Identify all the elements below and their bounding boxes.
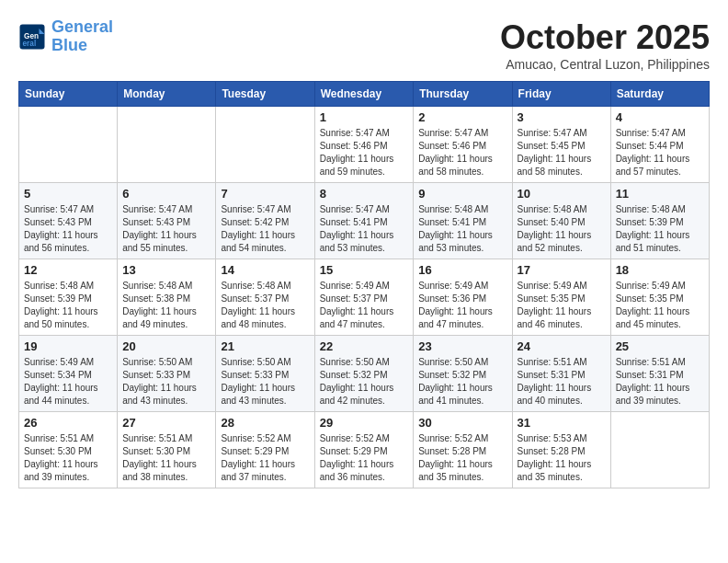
logo-name: General Blue [51, 18, 113, 55]
day-number: 26 [24, 416, 112, 430]
calendar-cell: 31Sunrise: 5:53 AMSunset: 5:28 PMDayligh… [512, 412, 610, 488]
day-info: Sunrise: 5:50 AMSunset: 5:32 PMDaylight:… [320, 356, 409, 408]
day-number: 18 [616, 263, 704, 277]
day-number: 13 [122, 263, 210, 277]
calendar-cell: 2Sunrise: 5:47 AMSunset: 5:46 PMDaylight… [414, 107, 512, 183]
day-number: 4 [616, 110, 704, 124]
month-title: October 2025 [500, 18, 710, 57]
calendar-cell [610, 412, 709, 488]
svg-text:eral: eral [23, 40, 37, 48]
calendar-cell: 6Sunrise: 5:47 AMSunset: 5:43 PMDaylight… [118, 183, 216, 259]
calendar-cell: 3Sunrise: 5:47 AMSunset: 5:45 PMDaylight… [512, 107, 610, 183]
day-info: Sunrise: 5:47 AMSunset: 5:41 PMDaylight:… [320, 203, 409, 255]
calendar-cell: 16Sunrise: 5:49 AMSunset: 5:36 PMDayligh… [414, 259, 512, 336]
calendar-cell: 19Sunrise: 5:49 AMSunset: 5:34 PMDayligh… [19, 336, 118, 412]
day-info: Sunrise: 5:48 AMSunset: 5:38 PMDaylight:… [122, 280, 210, 331]
day-info: Sunrise: 5:51 AMSunset: 5:30 PMDaylight:… [122, 432, 210, 484]
calendar-cell: 12Sunrise: 5:48 AMSunset: 5:39 PMDayligh… [19, 259, 118, 336]
calendar-cell: 20Sunrise: 5:50 AMSunset: 5:33 PMDayligh… [118, 336, 216, 412]
calendar-cell: 15Sunrise: 5:49 AMSunset: 5:37 PMDayligh… [314, 259, 414, 336]
day-number: 9 [418, 187, 506, 201]
location: Amucao, Central Luzon, Philippines [500, 57, 710, 72]
title-block: October 2025 Amucao, Central Luzon, Phil… [500, 18, 710, 72]
day-number: 28 [221, 416, 309, 430]
day-number: 10 [518, 187, 606, 201]
calendar-cell: 21Sunrise: 5:50 AMSunset: 5:33 PMDayligh… [216, 336, 314, 412]
day-info: Sunrise: 5:48 AMSunset: 5:41 PMDaylight:… [418, 203, 506, 255]
day-info: Sunrise: 5:50 AMSunset: 5:33 PMDaylight:… [122, 356, 210, 408]
day-info: Sunrise: 5:47 AMSunset: 5:45 PMDaylight:… [518, 127, 606, 178]
day-number: 23 [418, 339, 506, 353]
day-number: 14 [221, 263, 309, 277]
day-number: 27 [122, 416, 210, 430]
logo-icon: Gen eral [18, 23, 46, 51]
day-info: Sunrise: 5:51 AMSunset: 5:30 PMDaylight:… [24, 432, 112, 484]
calendar-cell: 7Sunrise: 5:47 AMSunset: 5:42 PMDaylight… [216, 183, 314, 259]
calendar-cell: 27Sunrise: 5:51 AMSunset: 5:30 PMDayligh… [118, 412, 216, 488]
calendar-cell: 26Sunrise: 5:51 AMSunset: 5:30 PMDayligh… [19, 412, 118, 488]
day-info: Sunrise: 5:50 AMSunset: 5:33 PMDaylight:… [221, 356, 309, 408]
day-info: Sunrise: 5:49 AMSunset: 5:35 PMDaylight:… [616, 280, 704, 331]
calendar-cell: 8Sunrise: 5:47 AMSunset: 5:41 PMDaylight… [314, 183, 414, 259]
day-number: 8 [320, 187, 409, 201]
weekday-header-tuesday: Tuesday [216, 82, 314, 107]
day-info: Sunrise: 5:47 AMSunset: 5:42 PMDaylight:… [221, 203, 309, 255]
weekday-header-row: SundayMondayTuesdayWednesdayThursdayFrid… [19, 82, 710, 107]
day-info: Sunrise: 5:47 AMSunset: 5:43 PMDaylight:… [122, 203, 210, 255]
calendar-week-5: 26Sunrise: 5:51 AMSunset: 5:30 PMDayligh… [19, 412, 710, 488]
day-info: Sunrise: 5:47 AMSunset: 5:46 PMDaylight:… [320, 127, 409, 178]
day-info: Sunrise: 5:48 AMSunset: 5:39 PMDaylight:… [616, 203, 704, 255]
day-number: 11 [616, 187, 704, 201]
day-number: 6 [122, 187, 210, 201]
calendar-week-3: 12Sunrise: 5:48 AMSunset: 5:39 PMDayligh… [19, 259, 710, 336]
day-info: Sunrise: 5:50 AMSunset: 5:32 PMDaylight:… [418, 356, 506, 408]
day-number: 2 [418, 110, 506, 124]
day-number: 31 [518, 416, 606, 430]
day-number: 20 [122, 339, 210, 353]
day-number: 7 [221, 187, 309, 201]
day-number: 19 [24, 339, 112, 353]
weekday-header-monday: Monday [118, 82, 216, 107]
calendar-cell: 9Sunrise: 5:48 AMSunset: 5:41 PMDaylight… [414, 183, 512, 259]
logo-line1: General [51, 17, 113, 36]
calendar-cell: 22Sunrise: 5:50 AMSunset: 5:32 PMDayligh… [314, 336, 414, 412]
calendar-cell: 1Sunrise: 5:47 AMSunset: 5:46 PMDaylight… [314, 107, 414, 183]
day-number: 22 [320, 339, 409, 353]
calendar-cell: 18Sunrise: 5:49 AMSunset: 5:35 PMDayligh… [610, 259, 709, 336]
weekday-header-wednesday: Wednesday [314, 82, 414, 107]
calendar-cell: 29Sunrise: 5:52 AMSunset: 5:29 PMDayligh… [314, 412, 414, 488]
page-header: Gen eral General Blue October 2025 Amuca… [18, 18, 710, 72]
logo-line2: Blue [51, 36, 87, 54]
day-info: Sunrise: 5:52 AMSunset: 5:28 PMDaylight:… [418, 432, 506, 484]
day-info: Sunrise: 5:49 AMSunset: 5:34 PMDaylight:… [24, 356, 112, 408]
day-number: 21 [221, 339, 309, 353]
day-number: 17 [518, 263, 606, 277]
weekday-header-thursday: Thursday [414, 82, 512, 107]
day-info: Sunrise: 5:48 AMSunset: 5:40 PMDaylight:… [518, 203, 606, 255]
day-info: Sunrise: 5:49 AMSunset: 5:35 PMDaylight:… [518, 280, 606, 331]
logo: Gen eral General Blue [18, 18, 113, 55]
calendar-cell: 10Sunrise: 5:48 AMSunset: 5:40 PMDayligh… [512, 183, 610, 259]
day-info: Sunrise: 5:47 AMSunset: 5:44 PMDaylight:… [616, 127, 704, 178]
calendar-cell: 24Sunrise: 5:51 AMSunset: 5:31 PMDayligh… [512, 336, 610, 412]
weekday-header-sunday: Sunday [19, 82, 118, 107]
day-number: 25 [616, 339, 704, 353]
calendar-week-1: 1Sunrise: 5:47 AMSunset: 5:46 PMDaylight… [19, 107, 710, 183]
day-info: Sunrise: 5:49 AMSunset: 5:36 PMDaylight:… [418, 280, 506, 331]
calendar-cell: 28Sunrise: 5:52 AMSunset: 5:29 PMDayligh… [216, 412, 314, 488]
calendar-week-2: 5Sunrise: 5:47 AMSunset: 5:43 PMDaylight… [19, 183, 710, 259]
day-info: Sunrise: 5:48 AMSunset: 5:39 PMDaylight:… [24, 280, 112, 331]
day-number: 29 [320, 416, 409, 430]
calendar-cell [216, 107, 314, 183]
day-info: Sunrise: 5:47 AMSunset: 5:43 PMDaylight:… [24, 203, 112, 255]
calendar-cell: 23Sunrise: 5:50 AMSunset: 5:32 PMDayligh… [414, 336, 512, 412]
calendar-cell [118, 107, 216, 183]
calendar-cell: 4Sunrise: 5:47 AMSunset: 5:44 PMDaylight… [610, 107, 709, 183]
day-info: Sunrise: 5:48 AMSunset: 5:37 PMDaylight:… [221, 280, 309, 331]
calendar-cell: 17Sunrise: 5:49 AMSunset: 5:35 PMDayligh… [512, 259, 610, 336]
day-info: Sunrise: 5:49 AMSunset: 5:37 PMDaylight:… [320, 280, 409, 331]
calendar-cell: 30Sunrise: 5:52 AMSunset: 5:28 PMDayligh… [414, 412, 512, 488]
day-info: Sunrise: 5:51 AMSunset: 5:31 PMDaylight:… [518, 356, 606, 408]
day-info: Sunrise: 5:52 AMSunset: 5:29 PMDaylight:… [320, 432, 409, 484]
calendar-body: 1Sunrise: 5:47 AMSunset: 5:46 PMDaylight… [19, 107, 710, 488]
